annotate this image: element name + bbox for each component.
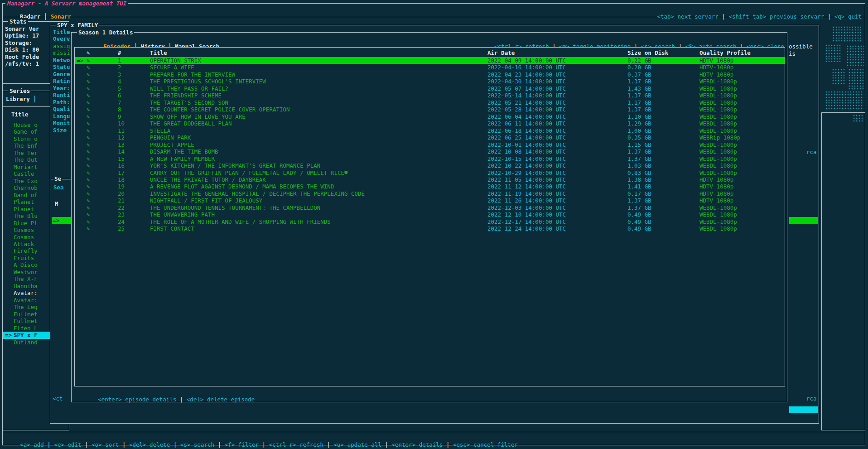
selected-row-marker [75, 225, 87, 232]
monitored-pencil-icon[interactable]: ✎ [87, 106, 118, 113]
separator: │ [40, 13, 51, 20]
monitored-pencil-icon[interactable]: ✎ [87, 176, 118, 183]
monitored-pencil-icon[interactable]: ✎ [87, 85, 118, 92]
field-label: Size [53, 127, 70, 134]
monitored-pencil-icon[interactable]: ✎ [87, 78, 118, 85]
episode-number: 21 [118, 197, 150, 204]
monitored-pencil-icon[interactable]: ✎ [87, 218, 118, 225]
selected-row-marker [75, 204, 87, 211]
servarr-tab[interactable]: Sonarr [51, 13, 71, 20]
episode-row[interactable]: ✎ 20 INVESTIGATE THE GENERAL HOSPITAL / … [75, 190, 785, 197]
series-library-tab[interactable]: Library │ [6, 96, 37, 102]
monitored-pencil-icon[interactable]: ✎ [87, 141, 118, 148]
monitored-pencil-icon[interactable]: ✎ [87, 197, 118, 204]
selected-marker [5, 227, 14, 233]
episode-row[interactable]: ✎ 10 THE GREAT DODGEBALL PLAN 2022-06-11… [75, 120, 785, 127]
episode-air-date: 2022-04-09 14:00:00 UTC [487, 57, 627, 64]
help-fragment: <ct [53, 395, 63, 402]
overview-text-fragment: ossible [789, 43, 813, 50]
episode-row[interactable]: ✎ 4 THE PRESTIGIOUS SCHOOL'S INTERVIEW 2… [75, 78, 785, 85]
episode-number: 9 [118, 113, 150, 120]
episode-row[interactable]: ✎ 9 SHOW OFF HOW IN LOVE YOU ARE 2022-06… [75, 113, 785, 120]
selected-marker [5, 164, 14, 170]
episode-row[interactable]: ✎ 7 THE TARGET'S SECOND SON 2022-05-21 1… [75, 99, 785, 106]
monitored-pencil-icon[interactable]: ✎ [87, 99, 118, 106]
episode-number: 2 [118, 64, 150, 71]
episode-row[interactable]: ✎ 13 PROJECT APPLE 2022-10-01 14:00:00 U… [75, 141, 785, 148]
episode-quality: HDTV-1080p [699, 71, 785, 78]
monitored-pencil-icon[interactable]: ✎ [87, 57, 118, 64]
monitored-pencil-icon[interactable]: ✎ [87, 64, 118, 71]
episode-row[interactable]: => ✎ 1 OPERATION STRIX 2022-04-09 14:00:… [75, 57, 785, 64]
episode-row[interactable]: ✎ 22 THE UNDERGROUND TENNIS TOURNAMENT: … [75, 204, 785, 211]
episode-number: 20 [118, 190, 150, 197]
episode-row[interactable]: ✎ 15 A NEW FAMILY MEMBER 2022-10-15 14:0… [75, 155, 785, 162]
monitored-pencil-icon[interactable]: ✎ [87, 127, 118, 134]
series-title: The Enf [14, 142, 38, 149]
series-title: The X-F [14, 275, 38, 282]
episode-title: OPERATION STRIX [150, 57, 487, 64]
help-item: <ctrl-r> refresh [269, 441, 323, 448]
selected-marker [5, 184, 14, 191]
highlight-bar [789, 406, 818, 413]
title-column-header: Title [150, 49, 487, 57]
series-library-tab-label: Library [6, 96, 30, 102]
episode-row[interactable]: ✎ 3 PREPARE FOR THE INTERVIEW 2022-04-23… [75, 71, 785, 78]
series-title: Firefly [14, 247, 38, 254]
monitored-pencil-icon[interactable]: ✎ [87, 113, 118, 120]
quality-column-header: Quality Profile [699, 49, 785, 57]
episode-row[interactable]: ✎ 6 THE FRIENDSHIP SCHEME 2022-05-14 14:… [75, 92, 785, 99]
episode-row[interactable]: ✎ 12 PENGUIN PARK 2022-06-25 14:00:00 UT… [75, 134, 785, 141]
monitored-pencil-icon[interactable]: ✎ [87, 120, 118, 127]
monitored-pencil-icon[interactable]: ✎ [87, 169, 118, 176]
monitored-pencil-icon[interactable]: ✎ [87, 134, 118, 141]
selected-marker [5, 283, 14, 290]
episode-size: 1.37 GB [627, 148, 699, 155]
monitored-pencil-icon[interactable]: ✎ [87, 155, 118, 162]
episode-row[interactable]: ✎ 16 YOR'S KITCHEN / THE INFORMANT'S GRE… [75, 162, 785, 169]
episode-size: 1.38 GB [627, 176, 699, 183]
selected-row-marker [75, 92, 87, 99]
series-title: Chernob [14, 184, 38, 191]
monitored-pencil-icon[interactable]: ✎ [87, 211, 118, 218]
episode-title: THE UNWAVERING PATH [150, 211, 487, 218]
episode-title: THE GREAT DODGEBALL PLAN [150, 120, 487, 127]
episode-quality: WEBDL-1080p [699, 127, 785, 134]
monitored-pencil-icon[interactable]: ✎ [87, 190, 118, 197]
help-item: <enter> episode details [98, 396, 176, 403]
seasons-column-header: M [55, 200, 58, 207]
selected-marker [5, 206, 14, 212]
monitored-pencil-icon[interactable]: ✎ [87, 148, 118, 155]
monitored-pencil-icon[interactable]: ✎ [87, 92, 118, 99]
episode-row[interactable]: ✎ 17 CARRY OUT THE GRIFFIN PLAN / FULLME… [75, 169, 785, 176]
episode-quality: WEBDL-1080p [699, 113, 785, 120]
monitored-pencil-icon[interactable]: ✎ [87, 204, 118, 211]
series-title: The Out [14, 156, 38, 163]
monitored-pencil-icon[interactable]: ✎ [87, 225, 118, 232]
monitored-pencil-icon[interactable]: ✎ [87, 71, 118, 78]
help-item: <del> delete episode [187, 396, 255, 403]
episode-air-date: 2022-06-18 14:00:00 UTC [487, 127, 627, 134]
monitored-pencil-icon[interactable]: ✎ [87, 162, 118, 169]
episode-row[interactable]: ✎ 11 STELLA 2022-06-18 14:00:00 UTC 1.00… [75, 127, 785, 134]
selected-row-marker [75, 218, 87, 225]
selected-row-marker [75, 99, 87, 106]
episode-row[interactable]: ✎ 14 DISARM THE TIME BOMB 2022-10-08 14:… [75, 148, 785, 155]
episode-row[interactable]: ✎ 2 SECURE A WIFE 2022-04-16 14:00:00 UT… [75, 64, 785, 71]
monitored-pencil-icon[interactable]: ✎ [87, 183, 118, 190]
episode-row[interactable]: ✎ 8 THE COUNTER-SECRET POLICE COVER OPER… [75, 106, 785, 113]
episode-air-date: 2022-04-16 14:00:00 UTC [487, 64, 627, 71]
episode-row[interactable]: ✎ 24 THE ROLE OF A MOTHER AND WIFE / SHO… [75, 218, 785, 225]
episode-row[interactable]: ✎ 19 A REVENGE PLOT AGAINST DESMOND / MA… [75, 183, 785, 190]
selected-row-marker [75, 64, 87, 71]
episode-size: 1.17 GB [627, 99, 699, 106]
episode-row[interactable]: ✎ 18 UNCLE THE PRIVATE TUTOR / DAYBREAK … [75, 176, 785, 183]
episode-row[interactable]: ✎ 25 FIRST CONTACT 2022-12-24 14:00:00 U… [75, 225, 785, 232]
episode-row[interactable]: ✎ 5 WILL THEY PASS OR FAIL? 2022-05-07 1… [75, 85, 785, 92]
selected-season-row[interactable]: => [52, 217, 72, 224]
help-item: <esc> cancel filter [453, 441, 518, 448]
series-column-header: Title [11, 111, 29, 118]
air-date-column-header: Air Date [487, 49, 627, 57]
episode-row[interactable]: ✎ 21 NIGHTFALL / FIRST FIT OF JEALOUSY 2… [75, 197, 785, 204]
episode-row[interactable]: ✎ 23 THE UNWAVERING PATH 2022-12-10 14:0… [75, 211, 785, 218]
